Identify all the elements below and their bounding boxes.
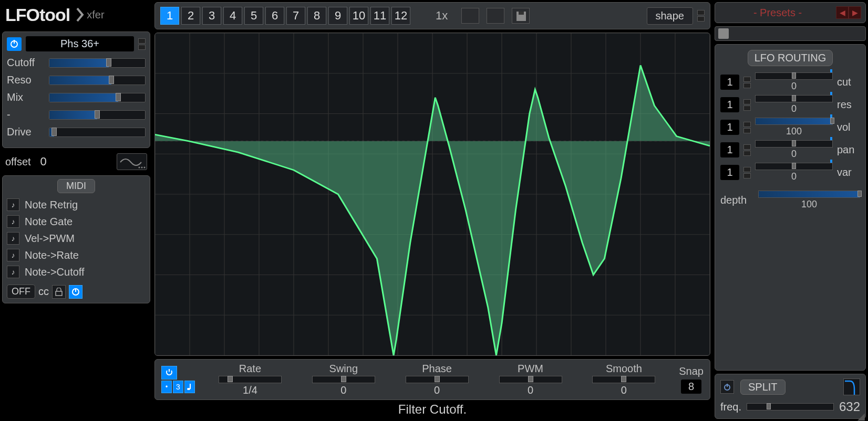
resize-grip-icon[interactable]: ◢ [857,411,867,420]
shape-spinner[interactable] [697,10,705,22]
param-swing: Swing 0 [299,363,388,396]
save-shape-button[interactable] [512,8,530,24]
spinner-up-icon[interactable] [697,10,705,15]
midi-lock-button[interactable] [52,285,66,299]
slot-button-7[interactable]: 7 [286,7,305,25]
copy-button[interactable] [461,8,479,24]
preset-save-bar[interactable] [715,26,866,41]
routing-header: LFO ROUTING [748,50,833,66]
freq-slider[interactable] [747,403,834,411]
param-label: Cutoff [7,57,43,69]
slot-button-8[interactable]: 8 [307,7,326,25]
shape-select[interactable]: shape [647,7,694,25]
param-label: Swing [329,363,358,375]
midi-item[interactable]: ♪ Vel->PWM [7,230,146,247]
routing-slider[interactable] [755,95,833,102]
midi-item[interactable]: ♪ Note->Rate [7,247,146,264]
slot-button-6[interactable]: 6 [265,7,284,25]
routing-spinner[interactable] [743,77,751,88]
triplet-button[interactable]: 3 [173,381,183,393]
filter-param--: - [7,109,146,121]
param-slider[interactable] [592,376,655,383]
spinner-up-icon[interactable] [138,38,146,44]
routing-row-res: 1 0 res [720,95,860,114]
param-slider[interactable] [49,128,146,137]
routing-spinner[interactable] [743,144,751,156]
depth-slider[interactable] [758,191,860,198]
routing-row-var: 1 0 var [720,163,860,182]
spinner-down-icon[interactable] [697,16,705,22]
midi-off-button[interactable]: OFF [7,285,35,299]
offset-row: offset 0 [0,150,152,173]
preset-prev-button[interactable]: ◀ [836,6,849,19]
spinner-down-icon[interactable] [138,45,146,50]
freq-label: freq. [720,401,741,413]
sync-button[interactable] [184,381,195,393]
routing-source[interactable]: 1 [720,75,739,90]
snap-value[interactable]: 8 [681,380,701,394]
lfo-graph[interactable] [154,33,710,356]
param-slider[interactable] [49,76,146,85]
depth-label: depth [720,194,752,206]
status-bar: Filter Cutoff. [154,400,710,419]
routing-slider[interactable] [755,72,833,80]
app-logo: LFOtool xfer [0,0,152,29]
slot-button-12[interactable]: 12 [391,7,410,25]
slots-toolbar: 123456789101112 1x shape [154,2,710,29]
routing-spinner[interactable] [743,122,751,133]
retrig-mode-button[interactable] [161,366,177,380]
param-slider[interactable] [49,93,146,102]
slot-button-2[interactable]: 2 [181,7,200,25]
slot-button-4[interactable]: 4 [223,7,242,25]
slot-button-11[interactable]: 11 [370,7,389,25]
param-slider[interactable] [49,58,146,68]
slot-button-9[interactable]: 9 [328,7,347,25]
graph-mode-button[interactable] [117,153,147,170]
routing-source[interactable]: 1 [720,142,739,157]
routing-slider[interactable] [755,163,833,170]
brand-logo: xfer [76,7,104,22]
routing-value: 0 [791,149,797,160]
routing-spinner[interactable] [743,167,751,178]
slot-button-3[interactable]: 3 [202,7,221,25]
filter-type-spinner[interactable] [138,38,146,50]
routing-value: 0 [791,171,797,182]
offset-value: 0 [40,155,47,169]
routing-dest-label: cut [837,76,860,88]
midi-learn-button[interactable] [69,285,82,299]
split-mode-button[interactable] [843,378,860,395]
routing-slider[interactable] [755,118,833,125]
param-slider[interactable] [49,110,146,120]
slot-button-5[interactable]: 5 [244,7,263,25]
routing-source[interactable]: 1 [720,165,739,180]
filter-power-button[interactable] [7,37,22,51]
routing-spinner[interactable] [743,99,751,111]
filter-panel: Phs 36+ Cutoff Reso Mix - Driv [2,31,150,148]
midi-item[interactable]: ♪ Note Gate [7,213,146,230]
param-value: 0 [528,384,533,396]
preset-next-button[interactable]: ▶ [849,6,861,19]
svg-point-2 [144,167,146,169]
param-label: PWM [518,363,543,375]
split-power-button[interactable] [720,380,734,394]
param-value: 0 [340,384,346,396]
presets-dropdown[interactable]: - Presets - [719,7,836,19]
param-slider[interactable] [406,376,469,383]
filter-param-reso: Reso [7,74,146,86]
routing-slider[interactable] [755,140,833,148]
rate-mult-label[interactable]: 1x [436,9,448,23]
dotted-button[interactable]: • [161,381,172,393]
param-slider[interactable] [219,376,282,383]
param-slider[interactable] [499,376,562,383]
routing-row-cut: 1 0 cut [720,72,860,92]
midi-item[interactable]: ♪ Note->Cutoff [7,264,146,280]
filter-type-select[interactable]: Phs 36+ [26,36,134,51]
routing-source[interactable]: 1 [720,120,739,135]
midi-item[interactable]: ♪ Note Retrig [7,196,146,213]
routing-dest-label: res [837,99,860,111]
param-slider[interactable] [312,376,375,383]
slot-button-10[interactable]: 10 [349,7,368,25]
paste-button[interactable] [487,8,504,24]
routing-source[interactable]: 1 [720,97,739,112]
slot-button-1[interactable]: 1 [160,7,179,25]
